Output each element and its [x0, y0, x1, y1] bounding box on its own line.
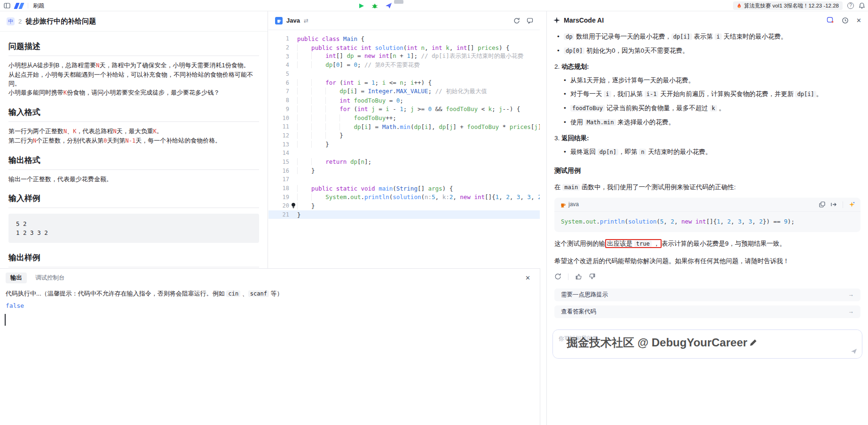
line-number: 20	[268, 202, 289, 209]
code-line-19[interactable]: 19 System.out.println(solution(n:5, k:2,…	[268, 192, 540, 201]
section-heading-description: 问题描述	[8, 41, 259, 56]
regenerate-icon[interactable]	[554, 273, 561, 280]
chat-paragraph: 在 main 函数中，我们使用了一个测试用例来验证代码的正确性:	[554, 182, 860, 193]
topbar: 刷题 算法竞技赛 vol1 3报名啦！12.23 -12.28 ?	[0, 0, 868, 11]
chat-list-label: 2. 动态规划:	[554, 61, 860, 72]
code-line-20[interactable]: 20 }	[268, 201, 540, 210]
console-result: false	[6, 301, 534, 310]
chat-code-block: java System.out.println(s	[554, 198, 860, 232]
new-chat-icon[interactable]	[827, 16, 834, 24]
problem-text-line: 输出一个正整数，代表最少花费金额。	[8, 175, 259, 184]
help-icon[interactable]: ?	[847, 2, 854, 9]
marscode-logo[interactable]	[15, 3, 23, 9]
thumbs-down-icon[interactable]	[589, 273, 596, 280]
marscode-ai-pane: MarsCode AI ✕ dp 数组用于记录每一天的最小花费，dp[i] 表示…	[546, 11, 868, 425]
chat-input[interactable]	[553, 330, 862, 358]
line-number: 2	[268, 44, 289, 51]
code-line-7[interactable]: 7 dp[i] = Integer.MAX_VALUE; // 初始化为最大值	[268, 87, 540, 96]
chat-subheading: 测试用例	[554, 165, 860, 176]
run-button[interactable]	[358, 3, 364, 9]
submit-button[interactable]	[385, 2, 392, 9]
code-line-14[interactable]: 14	[268, 149, 540, 158]
insert-code-icon[interactable]	[831, 201, 837, 208]
feedback-icon[interactable]	[527, 17, 533, 24]
code-line-8[interactable]: 8 int foodToBuy = 0;	[268, 96, 540, 105]
reset-code-icon[interactable]	[513, 17, 520, 24]
suggestion-answer-button[interactable]: 查看答案代码→	[554, 305, 860, 318]
divider	[568, 273, 568, 280]
quick-fix-lightbulb-icon[interactable]	[289, 203, 297, 208]
arrow-right-icon: →	[848, 289, 854, 300]
line-number: 13	[268, 141, 289, 148]
line-number: 18	[268, 185, 289, 192]
problem-title: 徒步旅行中的补给问题	[25, 17, 96, 26]
problem-pane: 中 2 徒步旅行中的补给问题 问题描述 小明想从A徒步到B，总路程需要N天，路程…	[0, 11, 268, 268]
chat-bullet: 使用 Math.min 来选择最小的花费。	[561, 117, 860, 128]
code-line-18[interactable]: 18 public static void main(String[] args…	[268, 184, 540, 193]
code-line-2[interactable]: 2 public static int solution(int n, int …	[268, 43, 540, 52]
tab-output[interactable]: 输出	[6, 273, 27, 283]
submit-tooltip-cutoff	[394, 0, 403, 4]
code-line-4[interactable]: 4 dp[0] = 0; // 第0天不需要花费	[268, 61, 540, 70]
divider	[28, 3, 28, 8]
contest-banner-text: 算法竞技赛 vol1 3报名啦！12.23 -12.28	[744, 2, 839, 9]
line-number: 21	[268, 211, 289, 218]
contest-banner[interactable]: 算法竞技赛 vol1 3报名啦！12.23 -12.28	[733, 1, 843, 10]
code-line-9[interactable]: 9 for (int j = i - 1; j >= 0 && foodToBu…	[268, 105, 540, 114]
line-number: 16	[268, 168, 289, 174]
code-line-12[interactable]: 12 }	[268, 131, 540, 140]
history-icon[interactable]	[842, 17, 849, 24]
chat-list-label: 3. 返回结果:	[554, 133, 860, 144]
problem-text-line: 小明最多能同时携带K份食物，请问小明若要安全完成徒步，最少要花多少钱？	[8, 88, 259, 97]
notification-bell-icon[interactable]	[859, 2, 865, 9]
code-line-16[interactable]: 16 }	[268, 166, 540, 175]
section-heading-output-format: 输出格式	[8, 155, 259, 170]
chat-bullet: 对于每一天 i，我们从第 i-1 天开始向前遍历，计算购买食物的花费，并更新 d…	[561, 88, 860, 100]
section-heading-output-sample: 输出样例	[8, 252, 259, 267]
problem-index: 2	[18, 18, 22, 25]
close-console-icon[interactable]: ✕	[525, 274, 534, 281]
code-area[interactable]: 1public class Main {2 public static int …	[268, 30, 540, 219]
line-number: 14	[268, 150, 289, 156]
suggestion-hint-button[interactable]: 需要一点思路提示→	[554, 289, 860, 301]
code-line-6[interactable]: 6 for (int i = 1; i <= n; i++) {	[268, 78, 540, 87]
java-cup-icon	[560, 202, 566, 208]
debug-button[interactable]	[371, 3, 378, 9]
problem-text-line: 第二行为N个正整数，分别代表从第0天到第N-1天，每一个补给站的食物价格。	[8, 136, 259, 145]
tab-debug-console[interactable]: 调试控制台	[35, 274, 65, 282]
problem-text-line: 第一行为两个正整数N、K，代表总路程N天，最大负重K。	[8, 127, 259, 136]
switch-language-icon[interactable]: ⇄	[304, 17, 308, 24]
code-line-15[interactable]: 15 return dp[n];	[268, 158, 540, 167]
java-language-icon	[275, 17, 283, 24]
code-line-5[interactable]: 5	[268, 70, 540, 79]
code-line-13[interactable]: 13 }	[268, 140, 540, 149]
chat-bullet: 从第1天开始，逐步计算每一天的最小花费。	[561, 75, 860, 86]
chat-bullet: foodToBuy 记录当前购买的食物量，最多不超过 k 。	[561, 103, 860, 114]
language-selector[interactable]: Java	[286, 17, 300, 24]
line-number: 10	[268, 115, 289, 121]
chat-paragraph-result: 这个测试用例的输出应该是 true ，表示计算的最小花费是9，与预期结果一致。	[554, 238, 860, 250]
code-line-1[interactable]: 1public class Main {	[268, 34, 540, 43]
chat-message: dp 数组用于记录每一天的最小花费，dp[i] 表示第 i 天结束时的最小花费。…	[547, 29, 868, 318]
chat-bullet: 最终返回 dp[n]，即第 n 天结束时的最小花费。	[561, 146, 860, 158]
line-number: 3	[268, 53, 289, 60]
ai-sparkle-icon[interactable]	[849, 201, 855, 208]
code-line-11[interactable]: 11 dp[i] = Math.min(dp[i], dp[j] + foodT…	[268, 122, 540, 131]
line-number: 11	[268, 123, 289, 130]
chat-paragraph-closing: 希望这个改进后的代码能帮助你解决问题。如果你有任何其他问题，请随时告诉我！	[554, 256, 860, 266]
thumbs-up-icon[interactable]	[575, 273, 582, 280]
code-line-3[interactable]: 3 int[] dp = new int[n + 1]; // dp[i]表示第…	[268, 52, 540, 61]
send-icon[interactable]	[851, 348, 857, 354]
panel-toggle-icon[interactable]	[4, 2, 10, 9]
line-number: 4	[268, 62, 289, 68]
code-line-10[interactable]: 10 foodToBuy++;	[268, 113, 540, 122]
chat-input-box[interactable]	[552, 329, 862, 359]
close-chat-icon[interactable]: ✕	[856, 17, 861, 24]
code-line-21[interactable]: 21}	[268, 210, 540, 219]
code-block-language: java	[568, 199, 579, 210]
code-line-17[interactable]: 17	[268, 175, 540, 184]
menu-item-practice[interactable]: 刷题	[33, 2, 44, 10]
chat-code[interactable]: System.out.println(solution(5, 2, new in…	[554, 212, 860, 232]
copy-code-icon[interactable]	[819, 201, 825, 208]
input-sample-block: 5 2 1 2 3 3 2	[8, 214, 259, 243]
